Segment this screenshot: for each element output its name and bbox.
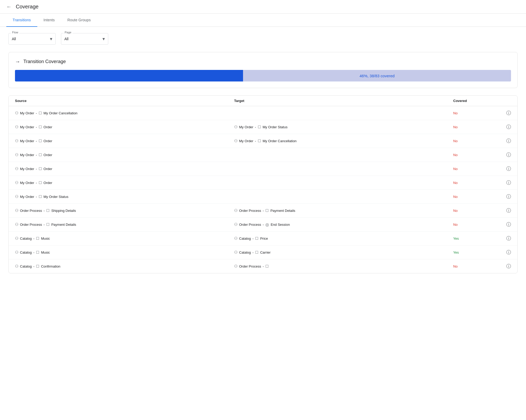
source-page-name: Music: [41, 250, 50, 254]
covered-value: No: [453, 153, 458, 157]
col-covered: Covered: [453, 99, 495, 103]
info-button[interactable]: ⓘ: [495, 235, 511, 242]
page-icon: ☐: [255, 250, 259, 254]
info-button[interactable]: ⓘ: [495, 152, 511, 158]
page-icon: ☐: [36, 264, 39, 268]
covered-cell: No: [453, 167, 495, 171]
table-row: ⚇ My Order - ☐ My Order Status No ⓘ: [9, 190, 517, 204]
info-button[interactable]: ⓘ: [495, 193, 511, 200]
source-flow-name: My Order: [20, 125, 34, 129]
flow-icon: ⚇: [234, 264, 238, 269]
covered-value: No: [453, 209, 458, 213]
target-cell: ⚇ Order Process - ☐ Payment Details: [234, 208, 453, 213]
source-page-name: Confirmation: [41, 264, 60, 268]
source-flow-name: My Order: [20, 167, 34, 171]
table-row: ⚇ My Order - ☐ Order ⚇ My Order - ☐ My O…: [9, 134, 517, 148]
flow-icon: ⚇: [234, 208, 238, 213]
covered-value: No: [453, 111, 458, 115]
source-cell: ⚇ My Order - ☐ My Order Cancellation: [15, 111, 234, 115]
target-page-name: My Order Status: [263, 125, 288, 129]
page-icon: ☐: [39, 111, 42, 115]
flow-filter: Flow All ▾: [8, 33, 56, 45]
target-cell: ⚇ Order Process - ☐: [234, 264, 453, 269]
tab-transitions[interactable]: Transitions: [6, 14, 37, 27]
covered-cell: No: [453, 264, 495, 268]
page-icon: ☐: [39, 139, 42, 143]
info-button[interactable]: ⓘ: [495, 138, 511, 144]
flow-select[interactable]: All ▾: [8, 33, 56, 45]
tab-intents[interactable]: Intents: [37, 14, 61, 27]
covered-cell: No: [453, 181, 495, 185]
flow-icon: ⚇: [234, 236, 238, 241]
source-page-name: Order: [44, 167, 52, 171]
source-flow-name: My Order: [20, 195, 34, 199]
table-row: ⚇ Catalog - ☐ Confirmation ⚇ Order Proce…: [9, 259, 517, 273]
coverage-card-title-text: Transition Coverage: [23, 59, 66, 64]
target-flow-name: Catalog: [239, 250, 251, 254]
table-body: ⚇ My Order - ☐ My Order Cancellation No …: [9, 106, 517, 273]
page-icon: ☐: [265, 264, 269, 268]
target-cell: ⚇ My Order - ☐ My Order Cancellation: [234, 139, 453, 143]
info-button[interactable]: ⓘ: [495, 110, 511, 116]
info-button[interactable]: ⓘ: [495, 166, 511, 172]
tab-route-groups[interactable]: Route Groups: [61, 14, 97, 27]
flow-select-value: All: [12, 37, 16, 41]
table-row: ⚇ My Order - ☐ Order No ⓘ: [9, 148, 517, 162]
tabs-bar: Transitions Intents Route Groups: [0, 14, 526, 27]
source-cell: ⚇ Order Process - ☐ Payment Details: [15, 222, 234, 227]
target-cell: ⚇ Catalog - ☐ Price: [234, 236, 453, 241]
covered-value: Yes: [453, 237, 459, 240]
target-flow-name: Order Process: [239, 209, 261, 213]
table-row: ⚇ My Order - ☐ My Order Cancellation No …: [9, 106, 517, 120]
source-cell: ⚇ My Order - ☐ Order: [15, 125, 234, 129]
covered-cell: Yes: [453, 237, 495, 240]
flow-icon: ⚇: [15, 152, 18, 157]
page-select-chevron-icon: ▾: [102, 36, 105, 42]
target-page-name: Payment Details: [270, 209, 295, 213]
source-cell: ⚇ My Order - ☐ Order: [15, 139, 234, 143]
info-button[interactable]: ⓘ: [495, 263, 511, 269]
page-icon: ☐: [39, 153, 42, 157]
page-icon: ☐: [46, 208, 50, 213]
flow-icon: ⚇: [15, 194, 18, 199]
source-cell: ⚇ My Order - ☐ My Order Status: [15, 194, 234, 199]
source-cell: ⚇ Catalog - ☐ Music: [15, 236, 234, 241]
target-page-name: End Session: [271, 223, 290, 227]
source-page-name: Music: [41, 237, 50, 240]
table-row: ⚇ Catalog - ☐ Music ⚇ Catalog - ☐ Carrie…: [9, 245, 517, 259]
flow-select-chevron-icon: ▾: [50, 36, 52, 42]
table-row: ⚇ My Order - ☐ Order No ⓘ: [9, 162, 517, 176]
source-cell: ⚇ My Order - ☐ Order: [15, 166, 234, 171]
coverage-card: → Transition Coverage 46%, 38/83 covered: [8, 52, 518, 88]
page-icon: ☐: [39, 167, 42, 171]
col-source: Source: [15, 99, 234, 103]
source-cell: ⚇ Order Process - ☐ Shipping Details: [15, 208, 234, 213]
page-select[interactable]: All ▾: [61, 33, 108, 45]
info-button[interactable]: ⓘ: [495, 124, 511, 130]
back-button[interactable]: ←: [6, 4, 12, 10]
covered-value: No: [453, 223, 458, 227]
source-flow-name: My Order: [20, 111, 34, 115]
source-flow-name: Order Process: [20, 209, 42, 213]
source-page-name: Payment Details: [51, 223, 76, 227]
target-flow-name: My Order: [239, 125, 253, 129]
back-icon: ←: [6, 4, 12, 10]
col-target: Target: [234, 99, 453, 103]
page-icon: ☐: [46, 222, 50, 227]
covered-cell: No: [453, 139, 495, 143]
source-flow-name: Order Process: [20, 223, 42, 227]
source-flow-name: My Order: [20, 153, 34, 157]
table-row: ⚇ My Order - ☐ Order No ⓘ: [9, 176, 517, 190]
source-page-name: Order: [44, 181, 52, 185]
source-page-name: Order: [44, 153, 52, 157]
target-cell: ⚇ Order Process - ◎ End Session: [234, 222, 453, 227]
source-page-name: Order: [44, 125, 52, 129]
table-row: ⚇ Order Process - ☐ Shipping Details ⚇ O…: [9, 204, 517, 218]
page-filter: Page All ▾: [61, 33, 108, 45]
info-button[interactable]: ⓘ: [495, 221, 511, 228]
table-row: ⚇ Catalog - ☐ Music ⚇ Catalog - ☐ Price …: [9, 232, 517, 245]
info-button[interactable]: ⓘ: [495, 207, 511, 214]
info-button[interactable]: ⓘ: [495, 180, 511, 186]
covered-cell: No: [453, 153, 495, 157]
info-button[interactable]: ⓘ: [495, 249, 511, 255]
